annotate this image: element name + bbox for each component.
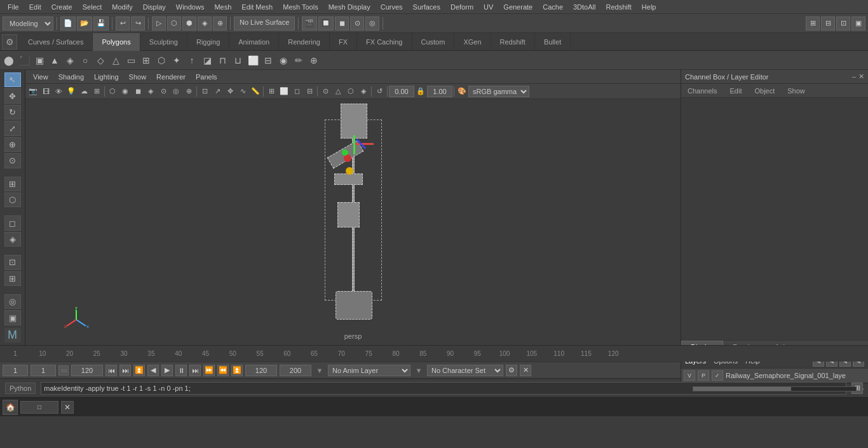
taskbar-window1[interactable]: □ [20,401,58,414]
vt-smooth-btn[interactable]: ◉ [119,85,132,98]
mode-dropdown[interactable]: Modeling [3,17,53,31]
layout-btn2[interactable]: ⊟ [821,17,835,31]
shelf-smooth[interactable]: ◉ [276,53,291,68]
vt-manip-btn[interactable]: ✥ [224,85,236,98]
channel-tab-channels[interactable]: Channels [681,86,723,96]
shelf-cube[interactable]: ⬛ [17,53,32,68]
channel-area[interactable] [681,98,868,340]
script-mode-label[interactable]: Python [5,383,36,394]
tab-xgen[interactable]: XGen [454,33,491,51]
menu-file[interactable]: File [3,2,24,12]
extra-btn[interactable]: ◎ [365,17,379,31]
vt-flat-btn[interactable]: ◼ [132,85,144,98]
sculpt-btn[interactable]: ◈ [4,232,21,247]
render-left-btn[interactable]: ▣ [4,310,21,325]
layout-btn1[interactable]: ⊞ [806,17,820,31]
layout-btn3[interactable]: ⊡ [836,17,850,31]
shelf-extrude[interactable]: ↑ [184,53,200,68]
vt-texture-btn[interactable]: ◈ [144,85,157,98]
tab-curves-surfaces[interactable]: Curves / Surfaces [19,33,93,51]
lasso-btn[interactable]: ⬡ [167,17,181,31]
vt-light2-btn[interactable]: ⊙ [157,85,170,98]
layout-btn[interactable]: ⊡ [4,255,21,269]
settings-gear-btn[interactable]: ⚙ [2,34,17,50]
snap-to-btn[interactable]: ⊞ [4,177,21,191]
shelf-paint-skin[interactable]: ⊕ [306,53,322,68]
menu-mesh[interactable]: Mesh [209,2,236,12]
menu-deform[interactable]: Deform [445,2,478,12]
tab-fx-caching[interactable]: FX Caching [357,33,412,51]
timeline[interactable]: 1 10 20 25 30 35 40 45 50 55 60 65 70 75… [0,345,868,362]
snap-btn[interactable]: ⊕ [213,17,227,31]
menu-select[interactable]: Select [78,2,107,12]
taskbar-close-btn[interactable]: ✕ [61,401,74,414]
right-panel-close-btn[interactable]: ✕ [858,72,864,81]
vt-camera-btn[interactable]: 📷 [27,85,39,98]
camera-value1-input[interactable] [389,86,414,97]
menu-edit-mesh[interactable]: Edit Mesh [236,2,278,12]
menu-windows[interactable]: Windows [171,2,210,12]
menu-uv[interactable]: UV [478,2,498,12]
menu-cache[interactable]: Cache [538,2,568,12]
vt-film-btn[interactable]: 🎞 [39,85,52,98]
viewport-menu-lighting[interactable]: Lighting [89,72,124,82]
universal-tool-btn[interactable]: ⊕ [4,137,21,152]
tab-rendering[interactable]: Rendering [279,33,330,51]
color-space-select[interactable]: sRGB gamma [468,86,529,97]
tab-fx[interactable]: FX [330,33,357,51]
select-tool-btn[interactable]: ↖ [4,72,21,87]
frame-type-btn[interactable]: ▭ [58,365,69,376]
menu-display[interactable]: Display [138,2,171,12]
shelf-subdiv[interactable]: ⬡ [154,53,169,68]
vt-res-btn[interactable]: ⊟ [303,85,316,98]
no-live-surface-dropdown[interactable]: No Live Surface [234,17,295,31]
shelf-sculpt[interactable]: ✏ [291,53,306,68]
menu-surfaces[interactable]: Surfaces [408,2,445,12]
range-start-input[interactable] [245,365,277,376]
menu-redshift[interactable]: Redshift [600,2,636,12]
render-btn[interactable]: 🎬 [302,17,317,31]
current-frame-input[interactable] [31,365,56,376]
shelf-bevel[interactable]: ◪ [200,53,215,68]
tab-bullet[interactable]: Bullet [535,33,571,51]
shelf-sphere[interactable]: ⬤ [1,53,17,68]
layout-btn4[interactable]: ▣ [851,17,865,31]
vt-curve-btn[interactable]: ∿ [236,85,249,98]
soft-select-btn[interactable]: ⊙ [4,153,21,168]
frame-end-input[interactable] [71,365,103,376]
shelf-pyramid[interactable]: △ [108,53,123,68]
pb-btn1[interactable]: ⏮ [105,365,117,376]
maya-logo-btn[interactable]: M [4,328,21,343]
pb-btn4[interactable]: ◀ [147,365,159,376]
pb-btn8[interactable]: ⏩ [203,365,215,376]
menu-mesh-display[interactable]: Mesh Display [323,2,376,12]
redo-btn[interactable]: ↪ [131,17,145,31]
menu-help[interactable]: Help [637,2,661,12]
vt-shadow-btn[interactable]: ☁ [78,85,90,98]
vt-subdiv2-btn[interactable]: ⬡ [344,85,357,98]
menu-create[interactable]: Create [46,2,78,12]
char-set-btn2[interactable]: ✕ [520,365,531,376]
right-panel-min-btn[interactable]: – [852,72,856,81]
layer-type-btn[interactable]: ✓ [712,370,723,381]
show-hide-btn[interactable]: ◎ [4,294,21,309]
tab-sculpting[interactable]: Sculpting [140,33,187,51]
pb-btn6[interactable]: ⏸ [175,365,187,376]
shelf-disk[interactable]: ◈ [62,53,78,68]
shelf-cone[interactable]: ▲ [47,53,62,68]
viewport-menu-view[interactable]: View [28,72,53,82]
tab-animation[interactable]: Animation [229,33,279,51]
vt-back-btn[interactable]: ⊙ [319,85,332,98]
layer-playback-btn[interactable]: P [698,370,709,381]
shelf-append[interactable]: ⊔ [230,53,245,68]
layer-visibility-btn[interactable]: V [684,370,695,381]
channel-tab-object[interactable]: Object [748,86,781,96]
render2-btn[interactable]: ◼ [335,17,349,31]
soft-btn[interactable]: ◈ [198,17,212,31]
tab-redshift[interactable]: Redshift [491,33,535,51]
select-btn[interactable]: ▷ [152,17,166,31]
vt-isolate-btn[interactable]: ⊡ [198,85,211,98]
vt-smooth2-btn[interactable]: ◈ [357,85,370,98]
move-tool-btn[interactable]: ✥ [4,88,21,103]
shelf-prism[interactable]: ◇ [93,53,108,68]
